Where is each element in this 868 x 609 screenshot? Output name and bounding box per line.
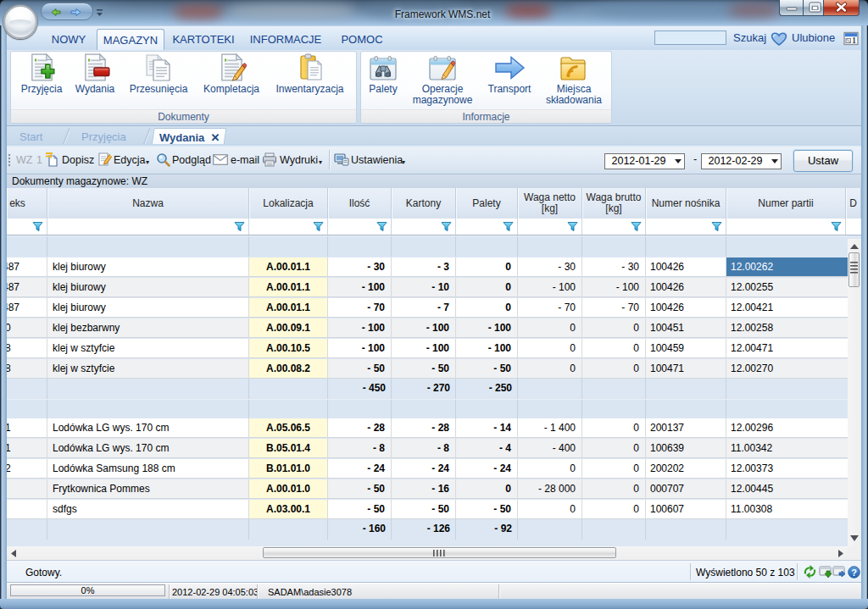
svg-text:1: 1	[852, 36, 856, 45]
svg-text:?: ?	[851, 567, 857, 578]
